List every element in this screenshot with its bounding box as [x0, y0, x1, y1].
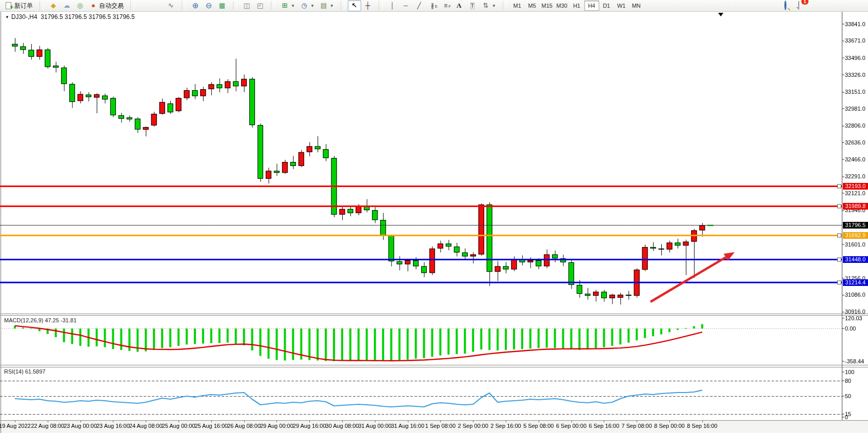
crosshair-tool-button[interactable]: ┼ [361, 0, 374, 11]
template-icon: ▤ [320, 2, 328, 10]
text-tool-button[interactable]: A [452, 0, 466, 11]
auto-scroll-button[interactable]: ◫ [240, 0, 253, 11]
zoom-out-button[interactable]: ⊖ [202, 0, 215, 11]
timeframe-button-MN[interactable]: MN [629, 1, 644, 11]
crosshair-icon: ┼ [364, 2, 372, 10]
vertical-line-tool-button[interactable]: │ [386, 0, 399, 11]
template-button[interactable]: ▤▼ [317, 0, 337, 11]
price-tick-label: 32121.0 [845, 190, 865, 196]
time-axis-label: 29 Aug 00:00 [260, 423, 293, 429]
price-tick-label: 33496.0 [845, 55, 865, 61]
tile-windows-icon: ▦ [218, 2, 226, 10]
time-axis-label: 2 Sep 16:00 [490, 423, 521, 429]
timeframe-button-W1[interactable]: W1 [614, 1, 629, 11]
zoom-in-button[interactable]: ⊕ [189, 0, 202, 11]
period-button[interactable]: ◷▼ [298, 0, 317, 11]
signals-button[interactable]: ◎ [73, 0, 87, 11]
tile-windows-button[interactable]: ▦ [215, 0, 229, 11]
auto-trading-button[interactable]: ● 自动交易 [87, 0, 126, 11]
horizontal-line-tool-button[interactable]: ─ [399, 0, 412, 11]
macd-tick-label: 0.00 [845, 325, 856, 332]
fibonacci-icon: ≡F [442, 2, 450, 10]
candlestick-chart-button[interactable] [151, 0, 164, 11]
timeframe-button-M5[interactable]: M5 [525, 1, 540, 11]
price-line-badge: 31796.5 [843, 222, 868, 229]
time-axis-label: 26 Aug 08:00 [227, 423, 261, 429]
time-axis-label: 1 Sep 08:00 [425, 423, 456, 429]
chart-title: ▼DJ30-,H4 31796.5 31796.5 31796.5 31796.… [5, 13, 135, 20]
trendline-tool-button[interactable]: ╱ [412, 0, 426, 11]
rsi-tick-label: 100 [845, 369, 854, 375]
price-tick-label: 31086.0 [845, 292, 865, 298]
fibonacci-tool-button[interactable]: ≡F [439, 0, 452, 11]
dropdown-arrow-icon: ▼ [310, 4, 314, 8]
macd-label: MACD(12,26,9) 47.25 -31.81 [4, 317, 76, 323]
chevron-down-icon: ▼ [5, 15, 9, 19]
price-tick-label: 32806.0 [845, 122, 865, 129]
cursor-icon: ↖ [350, 2, 359, 10]
time-axis-label: 7 Sep 08:00 [622, 423, 652, 429]
clock-icon: ◷ [300, 2, 308, 10]
time-axis-label: 2 Sep 00:00 [458, 423, 488, 429]
price-tick-label: 32981.0 [845, 106, 865, 112]
price-tick-label: 32291.0 [845, 173, 865, 179]
symbol-period-label: DJ30-,H4 [11, 13, 37, 20]
dropdown-arrow-icon: ▼ [291, 4, 295, 8]
time-axis-label: 8 Sep 16:00 [687, 423, 717, 429]
auto-trading-label: 自动交易 [99, 2, 124, 10]
price-line-badge: 32193.0 [843, 183, 868, 190]
time-axis-label: 6 Sep 16:00 [589, 423, 619, 429]
add-indicator-button[interactable]: ⊞▼ [278, 0, 298, 11]
vertical-line-icon: │ [388, 2, 397, 10]
text-label-tool-button[interactable]: T [466, 0, 479, 11]
time-axis-label: 5 Sep 08:00 [523, 423, 554, 429]
timeframe-button-M15[interactable]: M15 [540, 1, 555, 11]
chart-shift-button[interactable]: ◰ [253, 0, 267, 11]
timeframe-button-H4[interactable]: H4 [584, 1, 599, 11]
dropdown-arrow-icon: ▼ [492, 4, 496, 8]
auto-scroll-icon: ◫ [243, 2, 251, 10]
timeframe-button-M1[interactable]: M1 [510, 1, 525, 11]
time-axis-label: 31 Aug 00:00 [358, 423, 391, 429]
time-axis-label: 22 Aug 08:00 [31, 423, 64, 429]
data-window-icon: ☁ [63, 2, 71, 10]
toolbar: 新订单 ◆ ☁ ◎ ● 自动交易 ∿ ⊕ ⊖ ▦ ◫ ◰ [0, 0, 868, 12]
price-tick-label: 30916.0 [845, 308, 865, 315]
time-axis-label: 6 Sep 00:00 [556, 423, 586, 429]
search-button[interactable] [779, 0, 792, 11]
timeframe-button-H1[interactable]: H1 [569, 1, 584, 11]
rsi-tick-label: 0 [845, 414, 848, 420]
macd-tick-label: 120.03 [845, 315, 862, 321]
price-tick-label: 33326.0 [845, 72, 865, 78]
price-tick-label: 32636.0 [845, 139, 865, 146]
timeframe-button-D1[interactable]: D1 [599, 1, 614, 11]
cursor-tool-button[interactable]: ↖ [348, 0, 361, 11]
search-icon [784, 1, 786, 10]
line-chart-button[interactable]: ∿ [164, 0, 177, 11]
time-axis-label: 8 Sep 00:00 [654, 423, 684, 429]
price-line-badge: 31989.8 [843, 203, 868, 210]
mt4-window: 新订单 ◆ ☁ ◎ ● 自动交易 ∿ ⊕ ⊖ ▦ ◫ ◰ [0, 0, 868, 433]
timeframe-button-M30[interactable]: M30 [555, 1, 569, 11]
toolbar-separator [182, 1, 186, 10]
channel-tool-button[interactable]: ∦E [426, 0, 439, 11]
rsi-tick-label: 50 [845, 393, 851, 399]
toolbar-separator [379, 1, 383, 10]
zoom-in-icon: ⊕ [191, 2, 200, 10]
timeframe-group: M1M5M15M30H1H4D1W1MN [508, 0, 646, 11]
market-watch-button[interactable]: ◆ [47, 0, 60, 11]
market-watch-icon: ◆ [49, 2, 57, 10]
time-axis-label: 25 Aug 00:00 [162, 423, 195, 429]
price-line-badge: 31692.9 [843, 232, 868, 239]
notifications-button[interactable]: 1 [792, 0, 805, 11]
data-window-button[interactable]: ☁ [60, 0, 73, 11]
arrows-tool-button[interactable]: ⇅▼ [479, 0, 499, 11]
equidistant-channel-icon: ∦E [428, 2, 437, 10]
notification-badge: 1 [801, 0, 808, 5]
chart-canvas[interactable] [0, 0, 868, 433]
new-order-button[interactable]: 新订单 [2, 0, 35, 11]
bar-chart-button[interactable] [137, 0, 151, 11]
add-indicator-icon: ⊞ [281, 2, 289, 10]
toolbar-separator [503, 1, 507, 10]
toolbar-separator [130, 1, 134, 10]
